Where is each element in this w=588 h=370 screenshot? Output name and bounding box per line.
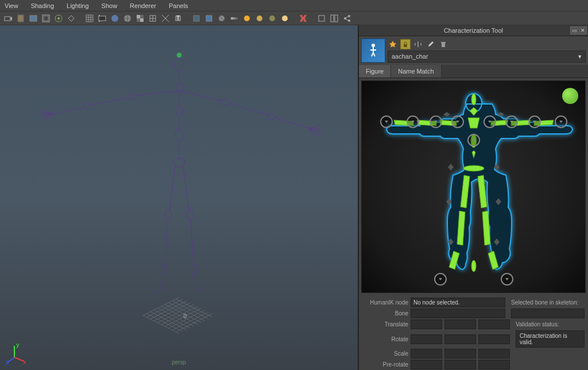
svg-rect-9 — [99, 21, 100, 22]
prerotate-y[interactable] — [444, 360, 476, 369]
motion-blur-icon[interactable] — [229, 13, 240, 24]
panel-close-icon[interactable]: ✕ — [579, 26, 587, 34]
svg-rect-20 — [206, 16, 212, 21]
xray-joints-icon[interactable] — [203, 13, 215, 24]
gate-mask-icon[interactable] — [65, 13, 77, 24]
svg-text:T: T — [176, 14, 180, 21]
lock-icon[interactable] — [400, 39, 411, 49]
bone-field[interactable] — [411, 309, 505, 318]
svg-rect-4 — [44, 16, 48, 21]
menu-shading[interactable]: Shading — [29, 1, 56, 10]
share-icon[interactable] — [341, 13, 353, 24]
film-gate-icon[interactable] — [40, 13, 52, 24]
star-icon[interactable] — [388, 39, 398, 49]
node-right-forearm[interactable] — [528, 115, 541, 128]
prerotate-label: Pre-rotate — [362, 361, 408, 368]
prerotate-x[interactable] — [411, 360, 442, 369]
panel-layout-icon[interactable] — [328, 13, 340, 24]
film-icon[interactable] — [96, 13, 108, 24]
grid-icon[interactable] — [84, 13, 95, 24]
rotate-z[interactable] — [478, 334, 510, 344]
renderer-icon[interactable] — [297, 13, 309, 24]
svg-point-10 — [111, 15, 118, 22]
svg-line-52 — [40, 114, 53, 117]
menu-panels[interactable]: Panels — [167, 1, 191, 10]
translate-z[interactable] — [478, 319, 510, 329]
shadows-icon[interactable] — [160, 13, 171, 24]
svg-point-66 — [165, 209, 172, 219]
tab-figure[interactable]: Figure — [359, 65, 391, 78]
node-left-hand[interactable] — [380, 115, 393, 128]
edit-icon[interactable] — [425, 39, 436, 49]
expose-icon[interactable] — [316, 13, 327, 24]
light-1-icon[interactable] — [241, 13, 253, 24]
scale-y[interactable] — [444, 349, 476, 359]
svg-rect-85 — [442, 43, 445, 47]
mirror-icon[interactable] — [413, 39, 423, 49]
tab-name-match[interactable]: Name Match — [391, 65, 441, 78]
svg-line-71 — [183, 165, 189, 211]
shading-icon[interactable] — [109, 13, 121, 24]
svg-rect-0 — [5, 17, 10, 21]
svg-point-36 — [177, 53, 181, 57]
node-left-forearm[interactable] — [407, 115, 419, 128]
node-right-elbow[interactable] — [505, 115, 518, 128]
light-4-icon[interactable] — [279, 13, 291, 24]
screen-space-ao-icon[interactable] — [216, 13, 227, 24]
bookmark-icon[interactable] — [15, 13, 26, 24]
textured-icon[interactable] — [134, 13, 146, 24]
svg-point-68 — [161, 264, 167, 273]
delete-icon[interactable] — [438, 39, 448, 49]
xray-icon[interactable] — [191, 13, 202, 24]
figure-view[interactable] — [361, 80, 586, 293]
svg-line-45 — [136, 91, 179, 95]
svg-point-27 — [269, 16, 275, 21]
scale-z[interactable] — [478, 349, 510, 359]
panel-minimize-icon[interactable]: ▭ — [570, 26, 578, 34]
menu-view[interactable]: View — [2, 1, 21, 10]
select-camera-icon[interactable] — [2, 13, 14, 24]
properties-section: HumanIK node No node selected. Selected … — [359, 295, 588, 370]
rotate-x[interactable] — [411, 334, 442, 344]
prerotate-z[interactable] — [478, 360, 510, 369]
image-plane-icon[interactable] — [28, 13, 39, 24]
svg-line-75 — [195, 273, 196, 289]
node-left-shoulder[interactable] — [451, 115, 464, 128]
character-name: aachan_char — [392, 53, 428, 60]
node-left-elbow[interactable] — [430, 115, 442, 128]
scale-x[interactable] — [411, 349, 442, 359]
isolate-icon[interactable]: T — [172, 13, 184, 24]
svg-rect-2 — [30, 16, 37, 21]
humanik-logo-icon — [361, 38, 385, 63]
light-3-icon[interactable] — [266, 13, 278, 24]
svg-point-46 — [129, 94, 138, 99]
viewport-3d[interactable]: 0 y x z persp — [0, 25, 358, 370]
menu-lighting[interactable]: Lighting — [64, 1, 91, 10]
translate-x[interactable] — [411, 319, 442, 329]
svg-rect-7 — [99, 16, 106, 21]
svg-point-72 — [187, 209, 194, 219]
rotate-y[interactable] — [444, 334, 476, 344]
svg-point-58 — [267, 114, 275, 120]
light-2-icon[interactable] — [254, 13, 265, 24]
translate-y[interactable] — [444, 319, 476, 329]
menu-renderer[interactable]: Renderer — [127, 1, 158, 10]
use-all-lights-icon[interactable] — [147, 13, 158, 24]
svg-point-74 — [191, 264, 197, 273]
node-chest[interactable] — [467, 134, 480, 147]
character-dropdown[interactable]: aachan_char ▾ — [388, 51, 586, 63]
node-right-foot[interactable] — [501, 273, 513, 286]
selected-bone-label: Selected bone in skeleton: — [508, 299, 585, 306]
humanik-node-field[interactable]: No node selected. — [411, 298, 505, 307]
node-right-shoulder[interactable] — [483, 115, 496, 128]
viewport-toolbar: T — [0, 11, 588, 25]
menu-show[interactable]: Show — [99, 1, 120, 10]
node-left-foot[interactable] — [434, 273, 447, 286]
resolution-gate-icon[interactable] — [53, 13, 64, 24]
node-right-hand[interactable] — [555, 115, 567, 128]
svg-rect-15 — [140, 18, 144, 22]
svg-line-63 — [308, 128, 319, 135]
selected-bone-field[interactable] — [511, 309, 585, 318]
tabs: Figure Name Match — [359, 65, 588, 78]
wireframe-shaded-icon[interactable] — [122, 13, 133, 24]
